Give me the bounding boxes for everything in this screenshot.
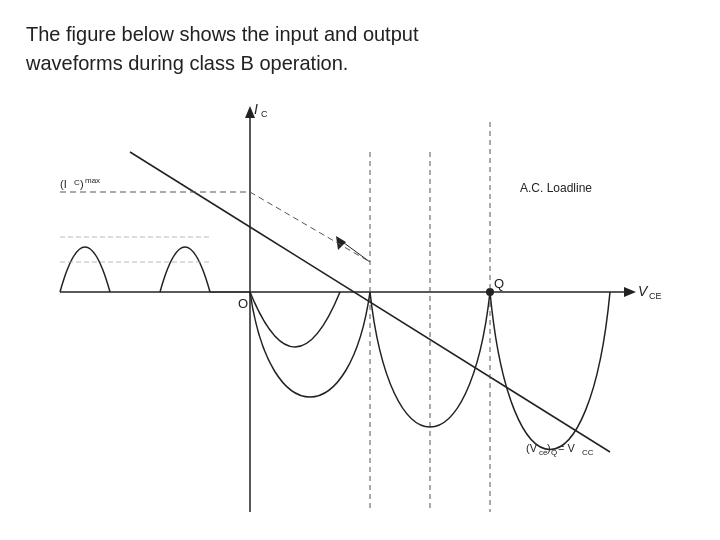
class-b-diagram: O I C V CE Q A.C. Loadline xyxy=(30,92,690,532)
line2: waveforms during class B operation. xyxy=(26,52,348,74)
svg-text:CE: CE xyxy=(649,291,662,301)
page-container: The figure below shows the input and out… xyxy=(0,0,720,540)
svg-text:= V: = V xyxy=(558,442,575,454)
svg-text:A.C. Loadline: A.C. Loadline xyxy=(520,181,592,195)
svg-text:C: C xyxy=(261,109,268,119)
svg-text:CC: CC xyxy=(582,448,594,457)
svg-text:I: I xyxy=(254,101,258,117)
svg-text:O: O xyxy=(238,296,248,311)
svg-text:): ) xyxy=(80,178,84,190)
svg-text:Q: Q xyxy=(494,276,504,291)
line1: The figure below shows the input and out… xyxy=(26,23,418,45)
svg-text:max: max xyxy=(85,176,100,185)
svg-rect-0 xyxy=(30,92,690,532)
svg-text:(I: (I xyxy=(60,178,67,190)
diagram-area: O I C V CE Q A.C. Loadline xyxy=(26,92,694,532)
description-text: The figure below shows the input and out… xyxy=(26,20,694,78)
